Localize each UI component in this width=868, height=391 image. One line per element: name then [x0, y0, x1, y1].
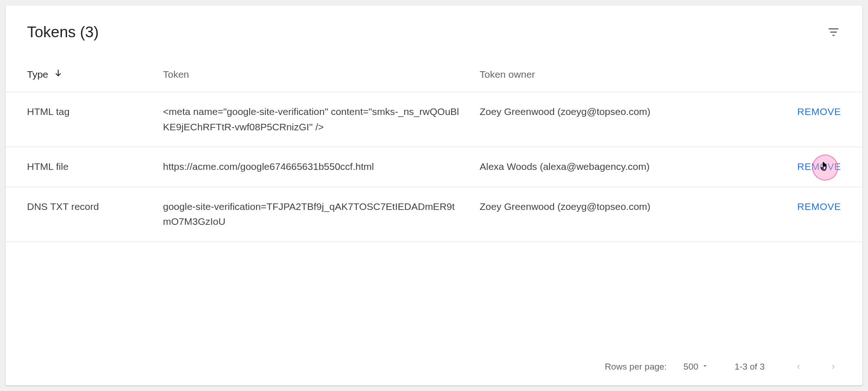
remove-button[interactable]: REMOVE [797, 104, 841, 120]
column-header-owner[interactable]: Token owner [480, 68, 766, 81]
tokens-table: Type Token Token owner HTML tag <meta na… [6, 52, 862, 385]
column-header-type[interactable]: Type [27, 68, 163, 81]
table-row: HTML file https://acme.com/google6746656… [6, 147, 862, 187]
column-header-owner-label: Token owner [480, 69, 535, 80]
card-header: Tokens (3) [6, 6, 862, 52]
cell-type: HTML file [27, 159, 163, 175]
page-range: 1-3 of 3 [735, 362, 765, 372]
previous-page-button[interactable] [791, 359, 806, 374]
dropdown-icon [701, 362, 709, 372]
remove-button[interactable]: REMOVE [797, 199, 841, 215]
cell-type: DNS TXT record [27, 199, 163, 229]
cell-owner: Alexa Woods (alexa@webagency.com) [480, 159, 766, 175]
column-header-token-label: Token [163, 69, 189, 80]
table-row: DNS TXT record google-site-verification=… [6, 187, 862, 242]
rows-per-page-select[interactable]: 500 [684, 362, 709, 372]
sort-descending-icon [53, 68, 63, 81]
cell-token: google-site-verification=TFJPA2TBf9j_qAK… [163, 199, 480, 229]
card-title: Tokens (3) [27, 23, 99, 41]
remove-button[interactable]: REMOVE [797, 159, 841, 175]
cell-type: HTML tag [27, 104, 163, 135]
cell-owner: Zoey Greenwood (zoeyg@topseo.com) [480, 104, 766, 135]
pagination-nav [791, 359, 841, 374]
cell-token: <meta name="google-site-verification" co… [163, 104, 480, 135]
column-header-action [766, 68, 841, 81]
cell-token: https://acme.com/google674665631b550ccf.… [163, 159, 480, 175]
table-header: Type Token Token owner [6, 52, 862, 92]
pagination: Rows per page: 500 1-3 of 3 [6, 348, 862, 385]
table-body: HTML tag <meta name="google-site-verific… [6, 92, 862, 348]
cell-owner: Zoey Greenwood (zoeyg@topseo.com) [480, 199, 766, 229]
column-header-token[interactable]: Token [163, 68, 480, 81]
rows-per-page-value: 500 [684, 362, 698, 372]
next-page-button[interactable] [826, 359, 841, 374]
rows-per-page-label: Rows per page: [605, 362, 667, 372]
rows-per-page: Rows per page: 500 [605, 362, 709, 372]
tokens-card: Tokens (3) Type Token Token owner HTML t… [6, 6, 862, 385]
filter-icon[interactable] [826, 25, 841, 40]
table-row: HTML tag <meta name="google-site-verific… [6, 92, 862, 147]
column-header-type-label: Type [27, 69, 48, 80]
